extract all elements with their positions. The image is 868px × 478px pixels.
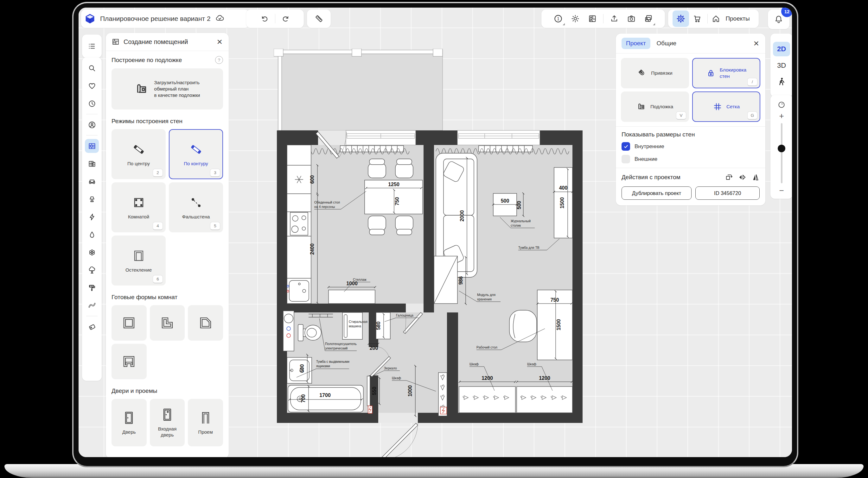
rotate-icon[interactable] <box>725 173 733 181</box>
duplicate-project-button[interactable]: Дублировать проект <box>622 186 691 200</box>
underlay-toggle[interactable]: Подложка V <box>621 92 689 122</box>
account-button[interactable] <box>85 116 99 134</box>
dim: 1000 <box>346 281 358 286</box>
snapping-toggle[interactable]: Привязки <box>621 58 689 88</box>
kitchen-counter[interactable] <box>287 145 311 304</box>
furniture-label: Обеденный стол <box>314 200 340 204</box>
floor-plan[interactable]: 600 2400 1250 750 Обеденный стол на 4 пе… <box>274 49 587 457</box>
settings-button[interactable] <box>673 10 689 27</box>
ruler-button[interactable] <box>311 10 327 27</box>
undo-button[interactable] <box>257 10 273 27</box>
checkbox-label: Внешние <box>634 156 657 162</box>
tab-general[interactable]: Общие <box>657 40 753 47</box>
opening-tile[interactable]: Проем <box>188 399 223 446</box>
furniture-label: Шкаф <box>469 362 479 366</box>
document-title[interactable]: Планировочное решение вариант 2 <box>100 15 211 23</box>
pipes-tool-button[interactable] <box>85 297 99 314</box>
furniture-label: Стеллаж <box>353 278 367 281</box>
shape-square-tile[interactable] <box>112 305 147 341</box>
home-icon[interactable] <box>710 10 722 27</box>
dim: 400 <box>559 185 568 191</box>
zoom-slider-knob[interactable] <box>778 145 785 152</box>
export-button[interactable] <box>606 10 622 27</box>
focus-button[interactable] <box>777 99 786 110</box>
dim: 1000 <box>407 385 413 397</box>
project-id-button[interactable]: ID 3456720 <box>695 186 760 200</box>
cart-button[interactable] <box>689 10 706 27</box>
zoom-in-button[interactable]: + <box>779 112 784 120</box>
balcony[interactable] <box>274 49 442 130</box>
finishes-tool-button[interactable] <box>85 279 99 297</box>
furniture-label: Рабочий стол <box>476 345 497 349</box>
projects-link[interactable]: Проекты <box>725 15 749 22</box>
panel-title: Создание помещений <box>124 38 216 45</box>
walk-mode-button[interactable] <box>777 75 786 89</box>
shortcut-key: G <box>747 111 757 120</box>
help-icon[interactable]: ? <box>215 56 223 64</box>
openings-tool-button[interactable] <box>85 155 99 173</box>
dim: 500 <box>501 198 509 204</box>
mode-glazing-tile[interactable]: Остекление 6 <box>112 236 166 285</box>
shape-l-tile[interactable] <box>150 305 185 341</box>
layers-list-button[interactable] <box>85 37 99 55</box>
lighting-tool-button[interactable] <box>85 190 99 208</box>
flip-horizontal-icon[interactable] <box>738 173 746 181</box>
close-panel-button[interactable]: × <box>216 38 223 45</box>
gallery-button[interactable] <box>640 10 657 27</box>
grid-toggle[interactable]: Сетка G <box>692 92 760 122</box>
furniture-label: ящиками <box>316 364 330 368</box>
furniture-label: Тумба с выдвижными <box>316 360 349 364</box>
checkbox-checked[interactable] <box>622 142 630 151</box>
mode-false-wall-tile[interactable]: Фальшстена 5 <box>169 182 223 232</box>
view-2d-button[interactable]: 2D <box>773 42 790 56</box>
history-button[interactable] <box>85 95 99 112</box>
search-button[interactable] <box>85 59 99 77</box>
furniture-label: Полотенцесушитель <box>325 342 357 346</box>
outer-sizes-row[interactable]: Внешние <box>622 155 760 163</box>
plumbing-tool-button[interactable] <box>85 226 99 243</box>
scene-number-button[interactable]: 1 <box>550 10 566 27</box>
furniture-label: хранения <box>477 297 492 301</box>
dim: 550 <box>372 387 377 396</box>
checkbox-unchecked[interactable] <box>622 155 630 163</box>
mode-center-tile[interactable]: По центру 2 <box>112 129 166 179</box>
mode-contour-tile[interactable]: По контуру 3 <box>169 129 223 179</box>
landscape-tool-button[interactable] <box>85 261 99 279</box>
dim: 1700 <box>319 392 331 398</box>
furniture-tool-button[interactable] <box>85 173 99 190</box>
grid-icon <box>713 102 722 111</box>
walls-tool-button[interactable] <box>85 137 99 155</box>
close-settings-button[interactable]: × <box>753 40 760 47</box>
zoom-slider[interactable] <box>781 123 782 183</box>
collage-button[interactable] <box>584 10 601 27</box>
shortcut-key: 6 <box>153 275 163 283</box>
screenshot-button[interactable] <box>623 10 640 27</box>
favorites-button[interactable] <box>85 77 99 95</box>
door-label: Проем <box>198 429 213 435</box>
redo-button[interactable] <box>277 10 294 27</box>
dim: 1250 <box>388 182 400 187</box>
flip-vertical-icon[interactable] <box>751 173 760 181</box>
furniture-label: Шкаф <box>392 376 401 380</box>
decor-tool-button[interactable] <box>85 243 99 261</box>
dim: 750 <box>394 197 400 206</box>
shape-u-tile[interactable] <box>112 344 147 379</box>
inner-sizes-row[interactable]: Внутренние <box>622 142 760 151</box>
brightness-button[interactable] <box>567 10 584 27</box>
view-3d-button[interactable]: 3D <box>773 58 790 73</box>
pricing-tool-button[interactable] <box>85 318 99 336</box>
view-tools-card: 1 <box>541 9 665 28</box>
door-tile[interactable]: Дверь <box>112 399 147 446</box>
load-underlay-button[interactable]: Загрузить/настроить обмерный план в каче… <box>112 68 223 109</box>
cloud-saved-icon <box>215 14 225 24</box>
lock-icon <box>706 68 716 78</box>
entrance-door-tile[interactable]: Входная дверь <box>150 399 185 446</box>
wall-lock-toggle[interactable]: Блокировка стен / <box>692 58 760 88</box>
shortcut-key: 4 <box>153 222 163 230</box>
shape-corner-cut-tile[interactable] <box>188 305 223 341</box>
shortcut-key: 5 <box>210 222 220 230</box>
tab-project[interactable]: Проект <box>622 38 650 49</box>
zoom-out-button[interactable]: − <box>779 186 784 195</box>
electric-tool-button[interactable] <box>85 208 99 226</box>
mode-room-tile[interactable]: Комнатой 4 <box>112 182 166 232</box>
